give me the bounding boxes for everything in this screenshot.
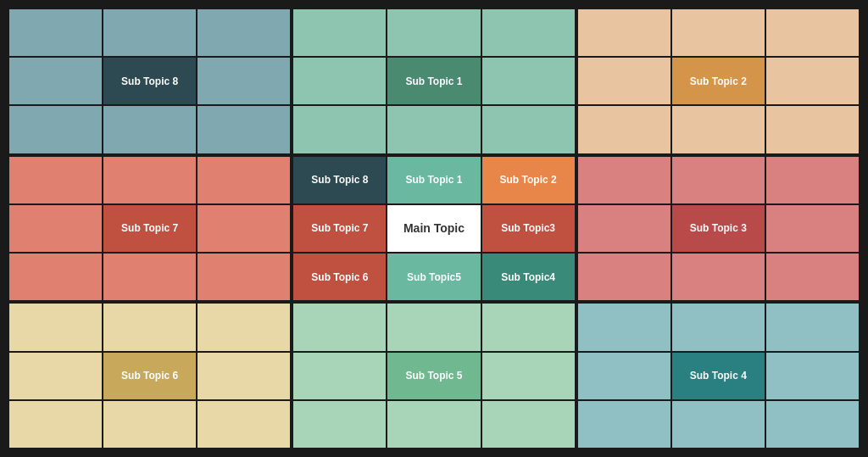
center-subtopic7[interactable]: Sub Topic 7	[293, 205, 386, 252]
subtopic7-label[interactable]: Sub Topic 7	[103, 205, 196, 252]
cell	[482, 401, 575, 448]
cell	[672, 9, 765, 56]
cell	[482, 58, 575, 104]
cell	[198, 58, 290, 104]
cell	[9, 254, 102, 300]
cell	[482, 304, 575, 350]
mind-map: Sub Topic 8 Sub Topic 1 Sub Topic 2 Su	[6, 6, 862, 451]
cell	[387, 9, 480, 56]
cell	[103, 304, 196, 350]
cell	[9, 58, 102, 104]
cell	[482, 353, 575, 399]
subtopic1-label[interactable]: Sub Topic 1	[387, 58, 480, 104]
center-subtopic6[interactable]: Sub Topic 6	[293, 254, 386, 300]
center-subtopic5[interactable]: Sub Topic5	[387, 254, 480, 300]
cell	[578, 353, 670, 399]
cell	[198, 401, 290, 448]
cell	[293, 9, 386, 56]
cell	[578, 157, 670, 203]
cell	[766, 58, 859, 104]
subtopic2-label[interactable]: Sub Topic 2	[672, 58, 765, 104]
cell	[578, 304, 670, 350]
cell	[198, 254, 290, 300]
cell	[766, 157, 859, 203]
cell	[387, 304, 480, 350]
cell	[672, 106, 765, 153]
cell	[766, 205, 859, 252]
cell	[103, 401, 196, 448]
cell	[578, 254, 670, 300]
cell	[672, 254, 765, 300]
cell	[103, 9, 196, 56]
cell	[766, 401, 859, 448]
subtopic3-label[interactable]: Sub Topic 3	[672, 205, 765, 252]
center-subtopic2[interactable]: Sub Topic 2	[482, 157, 575, 203]
panel-subtopic6[interactable]: Sub Topic 6	[9, 304, 290, 448]
subtopic5-label[interactable]: Sub Topic 5	[387, 353, 480, 399]
cell	[672, 157, 765, 203]
cell	[387, 401, 480, 448]
cell	[293, 401, 386, 448]
cell	[766, 106, 859, 153]
cell	[578, 58, 670, 104]
panel-main[interactable]: Sub Topic 8 Sub Topic 1 Sub Topic 2 Sub …	[293, 157, 574, 301]
cell	[293, 106, 386, 153]
panel-subtopic8[interactable]: Sub Topic 8	[9, 9, 290, 153]
cell	[672, 304, 765, 350]
subtopic6-label[interactable]: Sub Topic 6	[103, 353, 196, 399]
cell	[672, 401, 765, 448]
cell	[198, 304, 290, 350]
cell	[9, 353, 102, 399]
cell	[482, 9, 575, 56]
cell	[9, 106, 102, 153]
cell	[9, 9, 102, 56]
center-subtopic3[interactable]: Sub Topic3	[482, 205, 575, 252]
panel-subtopic7[interactable]: Sub Topic 7	[9, 157, 290, 301]
subtopic4-label[interactable]: Sub Topic 4	[672, 353, 765, 399]
main-topic-label[interactable]: Main Topic	[387, 205, 480, 252]
subtopic8-label[interactable]: Sub Topic 8	[103, 58, 196, 104]
panel-subtopic5[interactable]: Sub Topic 5	[293, 304, 574, 448]
cell	[766, 254, 859, 300]
cell	[103, 254, 196, 300]
cell	[9, 157, 102, 203]
cell	[578, 106, 670, 153]
center-subtopic1[interactable]: Sub Topic 1	[387, 157, 480, 203]
cell	[766, 304, 859, 350]
cell	[103, 157, 196, 203]
center-subtopic4[interactable]: Sub Topic4	[482, 254, 575, 300]
cell	[482, 106, 575, 153]
cell	[9, 205, 102, 252]
cell	[293, 353, 386, 399]
panel-subtopic2[interactable]: Sub Topic 2	[578, 9, 859, 153]
panel-subtopic1[interactable]: Sub Topic 1	[293, 9, 574, 153]
cell	[198, 157, 290, 203]
cell	[766, 353, 859, 399]
panel-subtopic4[interactable]: Sub Topic 4	[578, 304, 859, 448]
cell	[293, 304, 386, 350]
cell	[198, 106, 290, 153]
cell	[578, 9, 670, 56]
cell	[578, 205, 670, 252]
cell	[387, 106, 480, 153]
cell	[198, 353, 290, 399]
cell	[766, 9, 859, 56]
cell	[198, 205, 290, 252]
cell	[578, 401, 670, 448]
cell	[9, 304, 102, 350]
cell	[9, 401, 102, 448]
panel-subtopic3[interactable]: Sub Topic 3	[578, 157, 859, 301]
cell	[198, 9, 290, 56]
cell	[293, 58, 386, 104]
center-subtopic8[interactable]: Sub Topic 8	[293, 157, 386, 203]
cell	[103, 106, 196, 153]
